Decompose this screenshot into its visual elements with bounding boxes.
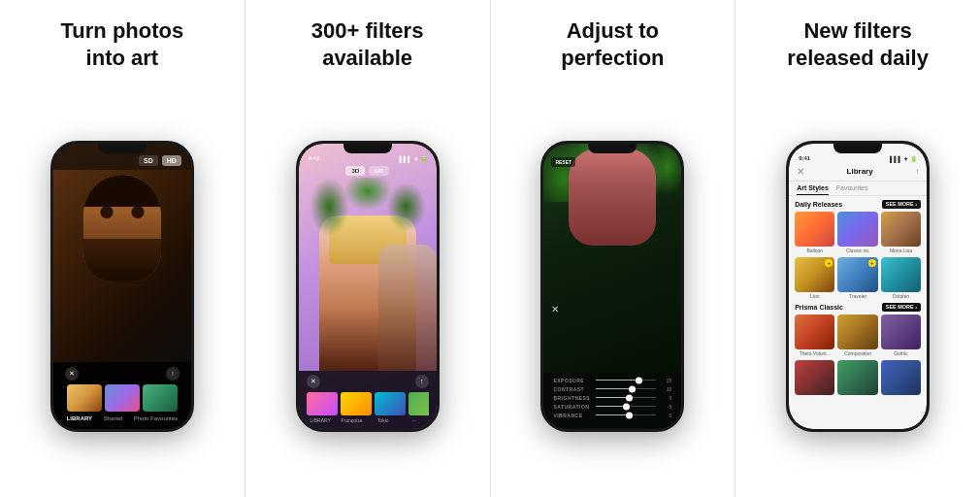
classic-label: Classic no. — [837, 248, 877, 253]
dolphin-item[interactable]: Dolphin — [881, 257, 921, 299]
brightness-slider[interactable]: BRIGHTNESS 0 — [553, 395, 671, 401]
icon-row-1: ✕ ↑ — [61, 367, 183, 381]
contrast-track[interactable] — [596, 388, 656, 390]
panel-filters: 300+ filters available 9:41 ▌▌▌ ✦ 🔋 3D H… — [245, 0, 491, 497]
row2-item-1[interactable] — [795, 360, 834, 395]
vibrance-value: 0 — [660, 413, 671, 418]
filter-label-row: LIBRARY Françoise Tokio ··· — [307, 417, 429, 423]
tab-art-styles[interactable]: Art Styles — [797, 182, 829, 195]
lion-plus-badge: + — [825, 259, 833, 267]
saturation-track[interactable] — [596, 406, 656, 408]
phone-2-screen: 9:41 ▌▌▌ ✦ 🔋 3D HD ✕ ↑ — [299, 144, 437, 429]
tokio-nav[interactable]: Tokio — [369, 417, 397, 423]
filter-thumb-4[interactable] — [408, 392, 429, 415]
lion-item[interactable]: + Lion — [795, 257, 834, 299]
prisma-see-more[interactable]: SEE MORE › — [882, 303, 921, 312]
library-label[interactable]: LIBRARY — [67, 415, 92, 421]
panel-3-title: Adjust to perfection — [561, 17, 664, 71]
gothic-item[interactable]: Gothic — [881, 315, 921, 356]
balloon-label: Balloon — [795, 248, 834, 253]
balloon-item[interactable]: Balloon — [795, 212, 834, 253]
panel-adjust: Adjust to perfection RESET ✕ EXPOSURE — [491, 0, 736, 497]
vibrance-track[interactable] — [596, 414, 656, 416]
prisma-row2 — [795, 360, 921, 395]
tab-favourites[interactable]: Favourites — [836, 182, 868, 195]
row2-item-2[interactable] — [837, 360, 877, 395]
close-icon-3[interactable]: ✕ — [551, 304, 559, 315]
mona-item[interactable]: Mona Lisa — [881, 212, 921, 253]
exposure-track[interactable] — [596, 380, 656, 381]
traveler-thumb: + — [837, 257, 877, 292]
3d-toggle[interactable]: 3D — [345, 166, 365, 176]
vibrance-slider[interactable]: VIBRANCE 0 — [553, 413, 671, 418]
contrast-fill — [596, 388, 629, 390]
prisma1-thumb — [795, 315, 834, 349]
portrait-area-3: RESET ✕ — [543, 144, 681, 373]
close-icon-4[interactable]: ✕ — [797, 166, 804, 177]
vibrance-thumb[interactable] — [626, 412, 633, 418]
photo-favourites-label[interactable]: Photo Favourites — [134, 415, 178, 421]
filter-thumb-3[interactable] — [375, 392, 406, 415]
prisma-classic-title: Prisma Classic — [795, 304, 843, 311]
composition-thumb — [837, 315, 877, 349]
share-icon-2[interactable]: ↑ — [415, 375, 429, 388]
library-nav[interactable]: LIBRARY — [307, 417, 335, 423]
phone-3-wrapper: RESET ✕ EXPOSURE 25 CONTRAST — [501, 84, 726, 487]
face-art — [83, 175, 161, 282]
reset-button[interactable]: RESET — [551, 157, 575, 167]
hd-button[interactable]: HD — [162, 155, 181, 166]
vibrance-fill — [596, 414, 626, 416]
close-icon[interactable]: ✕ — [65, 367, 79, 381]
panel-1-title: Turn photos into art — [61, 17, 184, 71]
contrast-slider[interactable]: CONTRAST 10 — [553, 386, 671, 392]
more-nav[interactable]: ··· — [400, 417, 428, 423]
mona-label: Mona Lisa — [881, 248, 921, 253]
thumbnail-strip — [67, 384, 178, 412]
thumb-2[interactable] — [105, 384, 140, 412]
saturation-thumb[interactable] — [623, 403, 630, 410]
thumb-3[interactable] — [143, 384, 178, 412]
classic-thumb — [837, 212, 877, 247]
row2-item-3[interactable] — [881, 360, 921, 395]
francoise-nav[interactable]: Françoise — [338, 417, 366, 423]
thumb-1[interactable] — [67, 384, 102, 412]
phone-1-screen: SD HD ✕ ↑ — [53, 144, 191, 429]
traveler-item[interactable]: + Traveler — [837, 257, 877, 299]
phone-1-wrapper: SD HD ✕ ↑ — [10, 84, 235, 487]
exposure-slider[interactable]: EXPOSURE 25 — [553, 378, 671, 383]
composition-item[interactable]: Composition — [837, 315, 877, 356]
sd-button[interactable]: SD — [139, 155, 158, 166]
icon-row-2: ✕ ↑ — [307, 375, 429, 388]
bottom-bar-2: ✕ ↑ LIBRARY Françoise Tokio ··· — [299, 371, 437, 429]
saturation-slider[interactable]: SATURATION -5 — [553, 404, 671, 410]
shared-label[interactable]: Shared — [104, 415, 122, 421]
sliders-panel: EXPOSURE 25 CONTRAST 10 — [543, 373, 681, 429]
exposure-fill — [596, 380, 635, 381]
share-icon-4[interactable]: ↑ — [915, 167, 919, 176]
contrast-thumb[interactable] — [629, 385, 636, 392]
hd-toggle[interactable]: HD — [369, 166, 389, 176]
classic-item[interactable]: Classic no. — [837, 212, 877, 253]
vibrance-label: VIBRANCE — [553, 413, 592, 418]
signal-2: ▌▌▌ ✦ 🔋 — [400, 155, 427, 162]
daily-releases-row2: + Lion + Traveler Dolphin — [795, 257, 921, 299]
gothic-thumb — [881, 315, 921, 349]
brightness-value: 0 — [660, 395, 671, 401]
prisma1-item[interactable]: Theta Volunt... — [795, 315, 834, 356]
close-icon-2[interactable]: ✕ — [307, 375, 320, 388]
contrast-value: 10 — [660, 386, 671, 392]
prisma-classic-header: Prisma Classic SEE MORE › — [795, 303, 921, 312]
traveler-label: Traveler — [837, 293, 877, 299]
filter-thumb-1[interactable] — [307, 392, 338, 415]
share-icon[interactable]: ↑ — [166, 367, 180, 381]
balloon-thumb — [795, 212, 834, 247]
filter-thumb-2[interactable] — [341, 392, 372, 415]
daily-see-more[interactable]: SEE MORE › — [882, 200, 921, 209]
woman-face — [569, 149, 656, 246]
brightness-track[interactable] — [596, 397, 656, 399]
toggle-bar: 3D HD — [299, 164, 437, 178]
exposure-thumb[interactable] — [636, 377, 642, 383]
brightness-thumb[interactable] — [626, 394, 633, 401]
signal-4: ▌▌▌ ✦ 🔋 — [890, 155, 917, 162]
panel-turn-photos: Turn photos into art SD HD — [0, 0, 245, 497]
